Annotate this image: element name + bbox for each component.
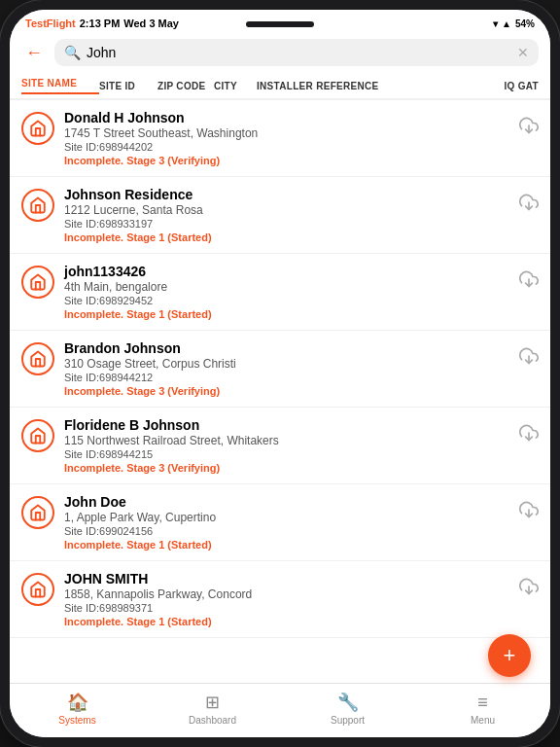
dashboard-label: Dashboard [189, 715, 236, 726]
site-id-text: Site ID:698944202 [64, 141, 511, 153]
site-info: Brandon Johnson 310 Osage Street, Corpus… [64, 340, 511, 397]
download-icon[interactable] [519, 571, 539, 601]
list-item[interactable]: Floridene B Johnson 115 Northwest Railro… [10, 408, 550, 484]
site-id-text: Site ID:698944215 [64, 448, 511, 460]
add-button[interactable]: + [488, 634, 531, 677]
systems-label: Systems [58, 715, 95, 726]
site-status: Incomplete. Stage 1 (Started) [64, 616, 511, 627]
site-status: Incomplete. Stage 3 (Verifying) [64, 155, 511, 166]
download-icon[interactable] [519, 417, 539, 447]
site-icon [21, 266, 54, 299]
site-icon [21, 189, 54, 222]
download-icon[interactable] [519, 340, 539, 371]
support-label: Support [331, 715, 365, 726]
col-site-name: SITE NAME [21, 78, 99, 94]
device-frame: TestFlight 2:13 PM Wed 3 May ▾ ▲ 54% ← 🔍… [0, 0, 560, 747]
site-id-text: Site ID:698933197 [64, 218, 511, 230]
nav-systems[interactable]: 🏠 Systems [10, 692, 145, 726]
search-icon: 🔍 [64, 45, 81, 60]
column-headers: SITE NAME SITE ID ZIP CODE CITY INSTALLE… [10, 74, 550, 100]
site-info: john1133426 4th Main, bengalore Site ID:… [64, 264, 511, 320]
site-address: 310 Osage Street, Corpus Christi [64, 357, 511, 371]
site-address: 1858, Kannapolis Parkway, Concord [64, 587, 511, 601]
site-address: 1212 Lucerne, Santa Rosa [64, 203, 511, 217]
nav-support[interactable]: 🔧 Support [280, 692, 415, 726]
col-installer-reference: INSTALLER REFERENCE [257, 81, 496, 91]
col-iq-gat: IQ GAT [496, 81, 539, 91]
testflight-label: TestFlight [25, 18, 76, 29]
site-status: Incomplete. Stage 3 (Verifying) [64, 385, 511, 397]
add-icon: + [504, 643, 516, 668]
site-status: Incomplete. Stage 1 (Started) [64, 539, 511, 551]
site-address: 1, Apple Park Way, Cupertino [64, 511, 511, 524]
site-info: Johnson Residence 1212 Lucerne, Santa Ro… [64, 187, 511, 243]
site-id-text: Site ID:699024156 [64, 525, 511, 537]
wifi-icon: ▾ [493, 18, 498, 29]
search-input-wrap[interactable]: 🔍 ✕ [54, 39, 539, 66]
site-name: Brandon Johnson [64, 340, 511, 356]
site-address: 1745 T Street Southeast, Washington [64, 126, 511, 140]
site-id-text: Site ID:698929452 [64, 295, 511, 306]
camera-notch [246, 21, 314, 27]
list-item[interactable]: John Doe 1, Apple Park Way, Cupertino Si… [10, 484, 550, 561]
site-icon [21, 112, 54, 145]
list-item[interactable]: john1133426 4th Main, bengalore Site ID:… [10, 254, 550, 331]
site-info: Donald H Johnson 1745 T Street Southeast… [64, 110, 511, 166]
search-bar: ← 🔍 ✕ [10, 33, 550, 74]
download-icon[interactable] [519, 110, 539, 140]
site-name: John Doe [64, 494, 511, 510]
dashboard-icon: ⊞ [205, 692, 220, 713]
col-city: CITY [214, 81, 257, 91]
support-icon: 🔧 [337, 692, 359, 713]
search-clear-button[interactable]: ✕ [517, 45, 529, 60]
nav-menu[interactable]: ≡ Menu [415, 693, 550, 726]
download-icon[interactable] [519, 494, 539, 524]
signal-icon: ▲ [502, 18, 511, 29]
bottom-nav: 🏠 Systems ⊞ Dashboard 🔧 Support ≡ Menu [10, 683, 550, 737]
site-info: JOHN SMITH 1858, Kannapolis Parkway, Con… [64, 571, 511, 627]
site-info: John Doe 1, Apple Park Way, Cupertino Si… [64, 494, 511, 551]
site-icon [21, 573, 54, 606]
site-name: john1133426 [64, 264, 511, 279]
battery-icon: 54% [515, 18, 535, 29]
search-input[interactable] [87, 45, 511, 60]
site-icon [21, 419, 54, 452]
back-button[interactable]: ← [21, 41, 47, 65]
list-item[interactable]: Brandon Johnson 310 Osage Street, Corpus… [10, 331, 550, 408]
site-icon [21, 342, 54, 375]
status-right: ▾ ▲ 54% [493, 18, 535, 29]
list-item[interactable]: JOHN SMITH 1858, Kannapolis Parkway, Con… [10, 561, 550, 638]
site-id-text: Site ID:698989371 [64, 602, 511, 614]
screen: TestFlight 2:13 PM Wed 3 May ▾ ▲ 54% ← 🔍… [10, 10, 550, 737]
site-status: Incomplete. Stage 3 (Verifying) [64, 462, 511, 474]
site-name: Floridene B Johnson [64, 417, 511, 433]
status-left: TestFlight 2:13 PM Wed 3 May [25, 18, 179, 29]
site-id-text: Site ID:698944212 [64, 372, 511, 383]
site-info: Floridene B Johnson 115 Northwest Railro… [64, 417, 511, 474]
site-name: JOHN SMITH [64, 571, 511, 587]
site-address: 115 Northwest Railroad Street, Whitakers [64, 434, 511, 447]
status-time: 2:13 PM [80, 18, 121, 29]
nav-dashboard[interactable]: ⊞ Dashboard [145, 692, 280, 726]
download-icon[interactable] [519, 187, 539, 217]
status-date: Wed 3 May [123, 18, 179, 29]
site-address: 4th Main, bengalore [64, 280, 511, 294]
site-list: Donald H Johnson 1745 T Street Southeast… [10, 100, 550, 683]
site-icon [21, 496, 54, 529]
site-status: Incomplete. Stage 1 (Started) [64, 308, 511, 320]
site-name: Johnson Residence [64, 187, 511, 202]
list-item[interactable]: Johnson Residence 1212 Lucerne, Santa Ro… [10, 177, 550, 254]
col-site-id: SITE ID [99, 81, 158, 91]
systems-icon: 🏠 [67, 692, 88, 713]
list-item[interactable]: Donald H Johnson 1745 T Street Southeast… [10, 100, 550, 177]
download-icon[interactable] [519, 264, 539, 294]
site-status: Incomplete. Stage 1 (Started) [64, 231, 511, 243]
site-name: Donald H Johnson [64, 110, 511, 125]
menu-label: Menu [471, 715, 495, 726]
col-zip-code: ZIP CODE [158, 81, 214, 91]
menu-icon: ≡ [477, 693, 488, 713]
